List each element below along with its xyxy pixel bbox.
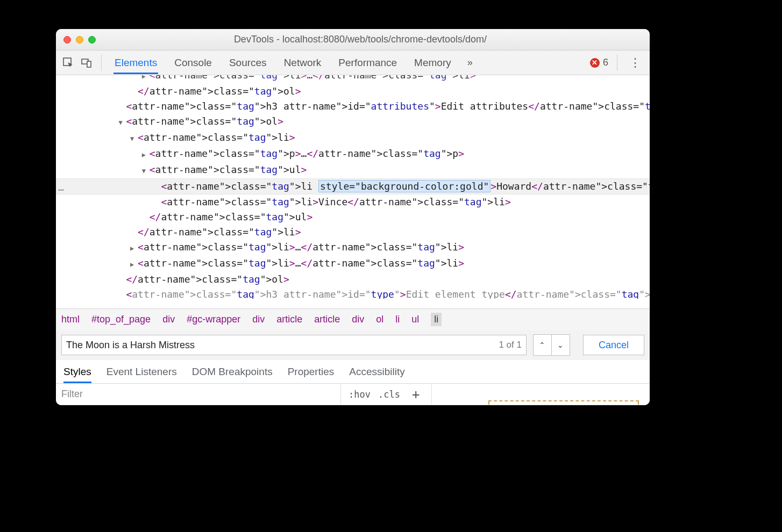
dom-node-selected[interactable]: … <attr-name">class="tag">li style="back…: [56, 178, 650, 195]
error-icon: ✕: [590, 58, 600, 68]
styles-filter-input[interactable]: Filter: [56, 384, 341, 405]
dom-node[interactable]: ▶<attr-name">class="tag">li>…</attr-name…: [56, 256, 650, 272]
dom-node[interactable]: ▼<attr-name">class="tag">ol>: [56, 114, 650, 130]
dom-node[interactable]: ▶<attr-name">class="tag">li>…</attr-name…: [56, 240, 650, 256]
search-input[interactable]: The Moon is a Harsh Mistress 1 of 1: [61, 335, 527, 355]
minimize-icon[interactable]: [76, 36, 83, 44]
cancel-button[interactable]: Cancel: [583, 335, 644, 355]
separator: [101, 55, 102, 71]
device-toggle-icon[interactable]: [80, 56, 94, 70]
more-menu-icon[interactable]: ⋮: [626, 56, 644, 70]
box-model-margin-icon: [488, 400, 639, 405]
expand-icon[interactable]: ▶: [130, 257, 138, 272]
collapse-icon[interactable]: ▼: [130, 131, 138, 146]
new-style-rule-icon[interactable]: +: [408, 387, 424, 402]
search-match-count: 1 of 1: [494, 340, 522, 350]
cls-toggle[interactable]: .cls: [378, 389, 400, 400]
breadcrumb-item[interactable]: div: [352, 314, 364, 325]
tab-console[interactable]: Console: [173, 52, 213, 74]
search-prev-icon[interactable]: ⌃: [533, 335, 551, 355]
separator: [617, 55, 617, 71]
dom-node[interactable]: ▶<attr-name">class="tag">p>…</attr-name"…: [56, 146, 650, 162]
breadcrumb-item[interactable]: li: [431, 313, 442, 326]
search-next-icon[interactable]: ⌄: [551, 335, 570, 355]
error-count: 6: [603, 57, 608, 68]
window-title: DevTools - localhost:8080/web/tools/chro…: [105, 34, 642, 45]
breadcrumb-item[interactable]: ul: [411, 314, 419, 325]
box-model-area: [431, 384, 650, 405]
expand-icon[interactable]: ▶: [142, 75, 150, 84]
subtab-dom-breakpoints[interactable]: DOM Breakpoints: [192, 366, 273, 383]
dom-node[interactable]: </attr-name">class="tag">ol>: [56, 84, 650, 99]
dom-node[interactable]: ▼<attr-name">class="tag">ul>: [56, 162, 650, 178]
breadcrumb-item[interactable]: article: [314, 314, 340, 325]
tabs-overflow-icon[interactable]: »: [467, 57, 473, 68]
breadcrumb-item[interactable]: div: [252, 314, 265, 325]
breadcrumb-item[interactable]: div: [162, 314, 175, 325]
tab-sources[interactable]: Sources: [228, 52, 268, 74]
dom-node[interactable]: ▶<attr-name">class="tag">li>…</attr-name…: [56, 75, 650, 84]
dom-node[interactable]: <attr-name">class="tag">h3 attr-name">id…: [56, 99, 650, 114]
close-icon[interactable]: [63, 36, 71, 44]
zoom-icon[interactable]: [88, 36, 96, 44]
panel-tabs: Elements Console Sources Network Perform…: [113, 52, 473, 74]
search-value: The Moon is a Harsh Mistress: [66, 340, 494, 351]
expand-icon[interactable]: ▶: [130, 241, 138, 256]
hov-toggle[interactable]: :hov: [349, 389, 371, 400]
traffic-lights: [63, 36, 96, 44]
breadcrumb: html#top_of_pagediv#gc-wrapperdivarticle…: [56, 308, 650, 330]
breadcrumb-item[interactable]: li: [395, 314, 400, 325]
breadcrumb-item[interactable]: article: [276, 314, 302, 325]
dom-node[interactable]: <attr-name">class="tag">li>Vince</attr-n…: [56, 195, 650, 210]
expand-icon[interactable]: ▶: [142, 147, 150, 162]
subtab-event-listeners[interactable]: Event Listeners: [106, 366, 177, 383]
svg-rect-2: [87, 61, 91, 67]
collapse-icon[interactable]: ▼: [118, 115, 126, 130]
dom-tree[interactable]: ▶<attr-name">class="tag">li>…</attr-name…: [56, 75, 650, 308]
tab-memory[interactable]: Memory: [413, 52, 452, 74]
inspect-icon[interactable]: [61, 56, 75, 70]
search-bar: The Moon is a Harsh Mistress 1 of 1 ⌃ ⌄ …: [56, 330, 650, 360]
dom-node[interactable]: </attr-name">class="tag">ul>: [56, 210, 650, 225]
tab-elements[interactable]: Elements: [113, 52, 158, 74]
tab-network[interactable]: Network: [283, 52, 323, 74]
devtools-window: DevTools - localhost:8080/web/tools/chro…: [56, 29, 650, 405]
ellipsis-icon[interactable]: …: [58, 180, 65, 195]
breadcrumb-item[interactable]: #gc-wrapper: [187, 314, 240, 325]
filter-placeholder: Filter: [61, 389, 83, 400]
attribute-edit-input[interactable]: style="background-color:gold": [318, 180, 490, 192]
dom-node[interactable]: <attr-name">class="tag">h3 attr-name">id…: [56, 287, 650, 299]
subtab-accessibility[interactable]: Accessibility: [349, 366, 404, 383]
dom-node[interactable]: </attr-name">class="tag">ol>: [56, 272, 650, 287]
styles-toolbar: Filter :hov .cls +: [56, 384, 650, 405]
breadcrumb-item[interactable]: #top_of_page: [91, 314, 151, 325]
tab-performance[interactable]: Performance: [337, 52, 398, 74]
search-nav: ⌃ ⌄: [533, 334, 570, 356]
collapse-icon[interactable]: ▼: [142, 163, 150, 178]
dom-node[interactable]: ▼<attr-name">class="tag">li>: [56, 130, 650, 146]
titlebar: DevTools - localhost:8080/web/tools/chro…: [56, 29, 650, 51]
breadcrumb-item[interactable]: ol: [376, 314, 383, 325]
subtab-styles[interactable]: Styles: [63, 366, 91, 383]
breadcrumb-item[interactable]: html: [61, 314, 80, 325]
dom-node[interactable]: </attr-name">class="tag">li>: [56, 225, 650, 240]
subtab-properties[interactable]: Properties: [288, 366, 335, 383]
error-badge[interactable]: ✕ 6: [590, 57, 608, 68]
main-toolbar: Elements Console Sources Network Perform…: [56, 51, 650, 75]
styles-subtabs: StylesEvent ListenersDOM BreakpointsProp…: [56, 360, 650, 384]
